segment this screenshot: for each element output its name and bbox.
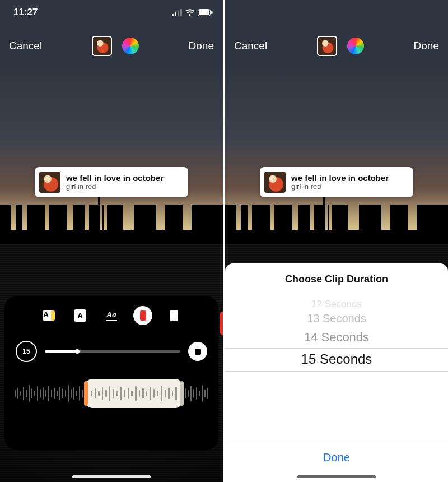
lyrics-style-option-5[interactable] — [165, 306, 184, 325]
duration-picker[interactable]: 12 Seconds 13 Seconds 14 Seconds 15 Seco… — [225, 290, 448, 442]
lyrics-style-option-2[interactable]: A — [71, 306, 90, 325]
album-cover-icon — [39, 172, 60, 193]
color-wheel-button[interactable] — [347, 38, 364, 54]
svg-rect-1 — [199, 10, 209, 15]
phone-left: 11:27 Cancel — [0, 0, 223, 482]
editor-toolbar: Cancel Done — [225, 31, 448, 61]
album-thumb-button[interactable] — [92, 36, 112, 56]
song-artist: girl in red — [66, 183, 164, 191]
song-progress-slider[interactable] — [45, 350, 180, 353]
duration-option-selected[interactable]: 15 Seconds — [225, 351, 448, 367]
song-title: we fell in love in october — [66, 173, 164, 183]
svg-rect-2 — [211, 11, 213, 14]
selected-clip-window[interactable] — [86, 379, 181, 408]
album-thumb-button[interactable] — [317, 36, 337, 56]
lyrics-style-option-3[interactable]: Aa — [102, 306, 121, 325]
progress-fill — [45, 350, 77, 353]
lyrics-style-row: A A Aa — [12, 306, 211, 325]
stop-icon — [195, 349, 201, 355]
wifi-icon — [185, 8, 195, 16]
cell-signal-icon — [172, 9, 182, 16]
duration-sheet: Choose Clip Duration 12 Seconds 13 Secon… — [225, 263, 448, 482]
home-indicator — [72, 475, 151, 478]
carousel-peek-icon — [220, 311, 223, 336]
music-editor-panel: A A Aa 15 — [4, 296, 218, 450]
lyrics-style-option-1[interactable]: A — [39, 306, 58, 325]
clip-duration-button[interactable]: 15 — [16, 341, 37, 362]
home-indicator — [297, 475, 376, 478]
duration-option[interactable]: 14 Seconds — [225, 330, 448, 345]
progress-thumb-icon — [75, 349, 80, 354]
waveform-scrubber[interactable] — [12, 378, 211, 409]
battery-icon — [198, 9, 213, 16]
editor-toolbar: Cancel Done — [0, 31, 223, 61]
lyrics-style-option-4-selected[interactable] — [133, 306, 152, 325]
done-button[interactable]: Done — [414, 40, 439, 52]
music-sticker[interactable]: we fell in love in october girl in red — [35, 167, 188, 197]
cancel-button[interactable]: Cancel — [9, 40, 42, 52]
status-bar: 11:27 — [0, 0, 223, 25]
clock: 11:27 — [13, 7, 38, 18]
sheet-title: Choose Clip Duration — [225, 274, 448, 285]
cancel-button[interactable]: Cancel — [234, 40, 267, 52]
done-button[interactable]: Done — [189, 40, 214, 52]
duration-option[interactable]: 12 Seconds — [225, 299, 448, 310]
stop-preview-button[interactable] — [188, 342, 207, 361]
phone-right: Cancel Done we fell in love in october g… — [225, 0, 448, 482]
color-wheel-button[interactable] — [122, 38, 139, 54]
duration-option[interactable]: 13 Seconds — [225, 312, 448, 325]
